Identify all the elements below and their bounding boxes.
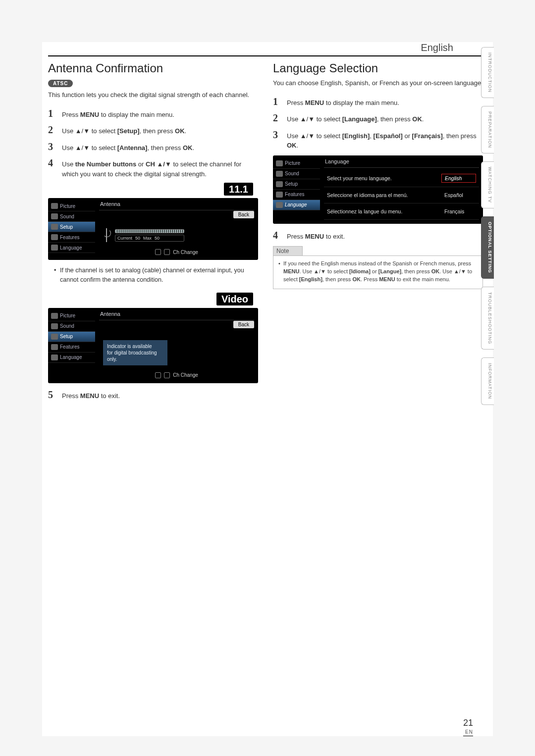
language-lead: You can choose English, Spanish, or Fren… bbox=[273, 78, 483, 88]
picture-icon bbox=[51, 203, 58, 209]
osd-footer: Ch Change bbox=[99, 369, 254, 379]
step-num: 3 bbox=[48, 141, 62, 152]
antenna-note-list: If the channel is set to analog (cable) … bbox=[48, 266, 258, 285]
picture-icon bbox=[276, 160, 283, 166]
lang-row-francais[interactable]: Sélectionnez la langue du menu. Français bbox=[324, 203, 479, 220]
antenna-icon bbox=[102, 228, 111, 242]
osd-menu-picture[interactable]: Picture bbox=[48, 201, 95, 211]
features-icon bbox=[51, 234, 58, 240]
signal-current-label: Current bbox=[117, 236, 132, 241]
language-steps: 1Press MENU to display the main menu. 2U… bbox=[273, 96, 483, 151]
remote-icon bbox=[155, 372, 161, 378]
header-rule bbox=[48, 55, 487, 56]
osd-footer: Ch Change bbox=[99, 246, 254, 256]
sound-icon bbox=[51, 323, 58, 329]
osd-menu-sound[interactable]: Sound bbox=[273, 169, 320, 179]
osd-menu-sound[interactable]: Sound bbox=[48, 211, 95, 222]
step-text: Use ▲/▼ to select [Language], then press… bbox=[287, 112, 424, 124]
antenna-steps: 1Press MENU to display the main menu. 2U… bbox=[48, 108, 258, 179]
step-text: Use ▲/▼ to select [Antenna], then press … bbox=[62, 141, 194, 153]
sound-icon bbox=[51, 213, 58, 219]
step-text: Press MENU to exit. bbox=[62, 389, 120, 401]
osd-menu-features[interactable]: Features bbox=[48, 342, 95, 353]
lang-row-english[interactable]: Select your menu language. English bbox=[324, 170, 479, 187]
video-badge: Video bbox=[216, 293, 253, 305]
lang-row-espanol[interactable]: Seleccione el idioma para el menú. Españ… bbox=[324, 187, 479, 203]
osd-back-button[interactable]: Back bbox=[233, 211, 254, 218]
sidetab-preparation[interactable]: PREPARATION bbox=[481, 106, 494, 153]
osd-menu-setup[interactable]: Setup bbox=[48, 222, 95, 232]
antenna-title: Antenna Confirmation bbox=[48, 61, 258, 75]
osd-menu-setup[interactable]: Setup bbox=[48, 332, 95, 342]
step-num: 3 bbox=[273, 129, 287, 140]
language-icon bbox=[51, 354, 58, 360]
antenna-note: If the channel is set to analog (cable) … bbox=[60, 266, 258, 285]
osd-panel-title: Language bbox=[324, 157, 479, 168]
step-text: Press MENU to display the main menu. bbox=[62, 108, 174, 120]
note-body: If you need the English menus instead of… bbox=[273, 255, 483, 289]
antenna-signal-graphic: Current 50 Max 50 bbox=[102, 228, 254, 242]
sidetab-troubleshooting[interactable]: TROUBLESHOOTING bbox=[481, 287, 494, 350]
step-num: 1 bbox=[48, 108, 62, 119]
sidetab-optional-setting[interactable]: OPTIONAL SETTING bbox=[481, 216, 494, 279]
sidetab-information[interactable]: INFORMATION bbox=[481, 357, 494, 404]
note-box: Note If you need the English menus inste… bbox=[273, 246, 483, 289]
osd-menu-language[interactable]: Language bbox=[48, 353, 95, 363]
signal-bar bbox=[115, 229, 184, 233]
osd-menu-features[interactable]: Features bbox=[273, 190, 320, 200]
osd-menu-picture[interactable]: Picture bbox=[273, 158, 320, 169]
features-icon bbox=[51, 344, 58, 350]
numpad-icon bbox=[164, 372, 170, 378]
osd-back-button[interactable]: Back bbox=[233, 321, 254, 328]
language-title: Language Selection bbox=[273, 61, 483, 75]
language-step4: 4Press MENU to exit. bbox=[273, 230, 483, 242]
osd-footer-label: Ch Change bbox=[173, 372, 198, 378]
note-header: Note bbox=[273, 246, 303, 255]
step-num: 4 bbox=[273, 230, 287, 241]
osd-antenna-video: Picture Sound Setup Features Language An… bbox=[48, 308, 258, 383]
manual-page: English INTRODUCTION PREPARATION WATCHIN… bbox=[42, 42, 493, 736]
picture-icon bbox=[51, 313, 58, 319]
channel-badge-wrap: 11.1 bbox=[48, 184, 253, 195]
language-icon bbox=[51, 245, 58, 251]
channel-badge-wrap: Video bbox=[48, 294, 253, 305]
signal-max-label: Max bbox=[143, 236, 152, 241]
remote-icon bbox=[155, 249, 161, 255]
setup-icon bbox=[51, 224, 58, 230]
osd-menu-language[interactable]: Language bbox=[48, 243, 95, 253]
osd-menu-setup[interactable]: Setup bbox=[273, 179, 320, 190]
osd-panel-title: Antenna bbox=[99, 200, 254, 210]
step-text: Use the Number buttons or CH ▲/▼ to sele… bbox=[62, 157, 258, 179]
signal-max-value: 50 bbox=[155, 236, 160, 241]
atsc-badge: ATSC bbox=[48, 80, 73, 87]
osd-menu-sound[interactable]: Sound bbox=[48, 321, 95, 332]
step-text: Use ▲/▼ to select [English], [Español] o… bbox=[287, 129, 483, 151]
step-text: Use ▲/▼ to select [Setup], then press OK… bbox=[62, 124, 186, 136]
sidetab-introduction[interactable]: INTRODUCTION bbox=[481, 47, 494, 98]
left-column: Antenna Confirmation ATSC This function … bbox=[48, 61, 258, 405]
step-num: 4 bbox=[48, 157, 62, 168]
antenna-lead: This function lets you check the digital… bbox=[48, 90, 258, 100]
osd-language: Picture Sound Setup Features Language La… bbox=[273, 155, 483, 224]
osd-footer-label: Ch Change bbox=[173, 250, 198, 255]
step-num: 2 bbox=[48, 124, 62, 135]
step-text: Press MENU to display the main menu. bbox=[287, 96, 399, 108]
osd-menu-picture[interactable]: Picture bbox=[48, 311, 95, 321]
step-num: 1 bbox=[273, 96, 287, 107]
language-icon bbox=[276, 202, 283, 208]
osd-menu: Picture Sound Setup Features Language bbox=[48, 308, 95, 383]
header-language: English bbox=[42, 42, 493, 53]
side-tabs: INTRODUCTION PREPARATION WATCHING TV OPT… bbox=[481, 47, 494, 405]
right-column: Language Selection You can choose Englis… bbox=[273, 61, 483, 405]
osd-menu-language[interactable]: Language bbox=[273, 200, 320, 210]
setup-icon bbox=[276, 181, 283, 187]
numpad-icon bbox=[164, 249, 170, 255]
osd-panel-title: Antenna bbox=[99, 310, 254, 320]
channel-badge: 11.1 bbox=[224, 183, 253, 196]
features-icon bbox=[276, 192, 283, 198]
note-text: If you need the English menus instead of… bbox=[278, 260, 478, 284]
language-table: Select your menu language. English Selec… bbox=[324, 170, 479, 220]
osd-menu-features[interactable]: Features bbox=[48, 232, 95, 243]
antenna-step5: 5Press MENU to exit. bbox=[48, 389, 258, 401]
osd-menu: Picture Sound Setup Features Language bbox=[48, 198, 95, 260]
